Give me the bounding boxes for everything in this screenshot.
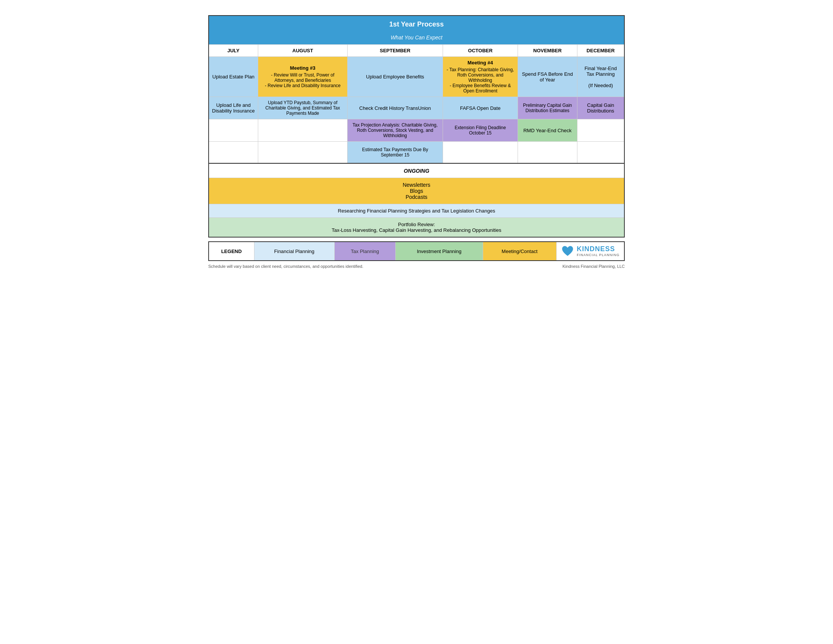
footer-right: Kindness Financial Planning, LLC bbox=[563, 264, 625, 269]
footer: Schedule will vary based on client need,… bbox=[208, 264, 625, 269]
cell-july-r3 bbox=[209, 119, 258, 142]
cell-nov-r3: RMD Year-End Check bbox=[518, 119, 577, 142]
meeting3-body: - Review Will or Trust, Power of Attorne… bbox=[261, 72, 344, 88]
cell-dec-r1: Final Year-End Tax Planning (If Needed) bbox=[577, 57, 624, 97]
month-july: JULY bbox=[209, 45, 258, 57]
cell-nov-r1: Spend FSA Before End of Year bbox=[518, 57, 577, 97]
kindness-logo-icon bbox=[561, 244, 574, 258]
ongoing-header-row: ONGOING bbox=[209, 164, 624, 178]
calendar-row-3: Tax Projection Analysis: Charitable Givi… bbox=[209, 119, 624, 142]
cell-nov-r4 bbox=[518, 142, 577, 164]
cell-july-r2: Upload Life and Disability Insurance bbox=[209, 97, 258, 119]
month-september: SEPTEMBER bbox=[347, 45, 443, 57]
cell-oct-r2: FAFSA Open Date bbox=[442, 97, 518, 119]
cell-oct-r1: Meeting #4 - Tax Planning: Charitable Gi… bbox=[442, 57, 518, 97]
title-row: 1st Year Process bbox=[209, 16, 624, 33]
cell-sep-r3: Tax Projection Analysis: Charitable Givi… bbox=[347, 119, 443, 142]
cell-july-r4 bbox=[209, 142, 258, 164]
cell-sep-r2: Check Credit History TransUnion bbox=[347, 97, 443, 119]
footer-left: Schedule will vary based on client need,… bbox=[208, 264, 363, 269]
logo-cell: KINDNESS FINANCIAL PLANNING bbox=[556, 242, 624, 261]
cell-sep-r1: Upload Employee Benefits bbox=[347, 57, 443, 97]
subtitle-row: What You Can Expect bbox=[209, 33, 624, 45]
ongoing-green-cell: Portfolio Review: Tax-Loss Harvesting, C… bbox=[209, 218, 624, 238]
cell-dec-r3 bbox=[577, 119, 624, 142]
meeting3-title: Meeting #3 bbox=[261, 65, 344, 71]
ongoing-yellow-row: Newsletters Blogs Podcasts bbox=[209, 178, 624, 204]
cell-dec-r4 bbox=[577, 142, 624, 164]
month-november: NOVEMBER bbox=[518, 45, 577, 57]
calendar-row-2: Upload Life and Disability Insurance Upl… bbox=[209, 97, 624, 119]
cell-august-r1: Meeting #3 - Review Will or Trust, Power… bbox=[258, 57, 347, 97]
page-container: 1st Year Process What You Can Expect JUL… bbox=[208, 15, 625, 269]
logo-area: KINDNESS FINANCIAL PLANNING bbox=[559, 244, 622, 258]
logo-sub: FINANCIAL PLANNING bbox=[577, 253, 619, 257]
month-october: OCTOBER bbox=[442, 45, 518, 57]
meeting4-body: - Tax Planning: Charitable Giving, Roth … bbox=[446, 67, 515, 93]
cell-sep-r4: Estimated Tax Payments Due By September … bbox=[347, 142, 443, 164]
main-subtitle: What You Can Expect bbox=[209, 33, 624, 45]
cell-aug-r2: Upload YTD Paystub, Summary of Charitabl… bbox=[258, 97, 347, 119]
logo-text: KINDNESS FINANCIAL PLANNING bbox=[577, 245, 619, 257]
logo-name: KINDNESS bbox=[577, 245, 619, 253]
legend-meeting: Meeting/Contact bbox=[483, 242, 556, 261]
cell-aug-r4 bbox=[258, 142, 347, 164]
ongoing-green-row: Portfolio Review: Tax-Loss Harvesting, C… bbox=[209, 218, 624, 238]
legend-fp: Financial Planning bbox=[254, 242, 334, 261]
cell-oct-r3: Extension Filing Deadline October 15 bbox=[442, 119, 518, 142]
meeting4-title: Meeting #4 bbox=[446, 60, 515, 66]
month-header-row: JULY AUGUST SEPTEMBER OCTOBER NOVEMBER D… bbox=[209, 45, 624, 57]
calendar-row-4: Estimated Tax Payments Due By September … bbox=[209, 142, 624, 164]
legend-inv: Investment Planning bbox=[395, 242, 483, 261]
ongoing-table: ONGOING Newsletters Blogs Podcasts Resea… bbox=[208, 164, 625, 238]
calendar-row-1: Upload Estate Plan Meeting #3 - Review W… bbox=[209, 57, 624, 97]
legend-row: LEGEND Financial Planning Tax Planning I… bbox=[209, 242, 624, 261]
cell-aug-r3 bbox=[258, 119, 347, 142]
month-august: AUGUST bbox=[258, 45, 347, 57]
legend-table: LEGEND Financial Planning Tax Planning I… bbox=[208, 242, 625, 261]
cell-dec-r2: Capital Gain Distributions bbox=[577, 97, 624, 119]
ongoing-blue-cell: Researching Financial Planning Strategie… bbox=[209, 204, 624, 218]
ongoing-yellow-cell: Newsletters Blogs Podcasts bbox=[209, 178, 624, 204]
ongoing-header-label: ONGOING bbox=[209, 164, 624, 178]
month-december: DECEMBER bbox=[577, 45, 624, 57]
ongoing-blue-row: Researching Financial Planning Strategie… bbox=[209, 204, 624, 218]
legend-label: LEGEND bbox=[209, 242, 254, 261]
cell-oct-r4 bbox=[442, 142, 518, 164]
cell-nov-r2: Preliminary Capital Gain Distribution Es… bbox=[518, 97, 577, 119]
cell-july-r1: Upload Estate Plan bbox=[209, 57, 258, 97]
main-calendar-table: 1st Year Process What You Can Expect JUL… bbox=[208, 15, 625, 164]
main-title: 1st Year Process bbox=[209, 16, 624, 33]
legend-tax: Tax Planning bbox=[334, 242, 395, 261]
